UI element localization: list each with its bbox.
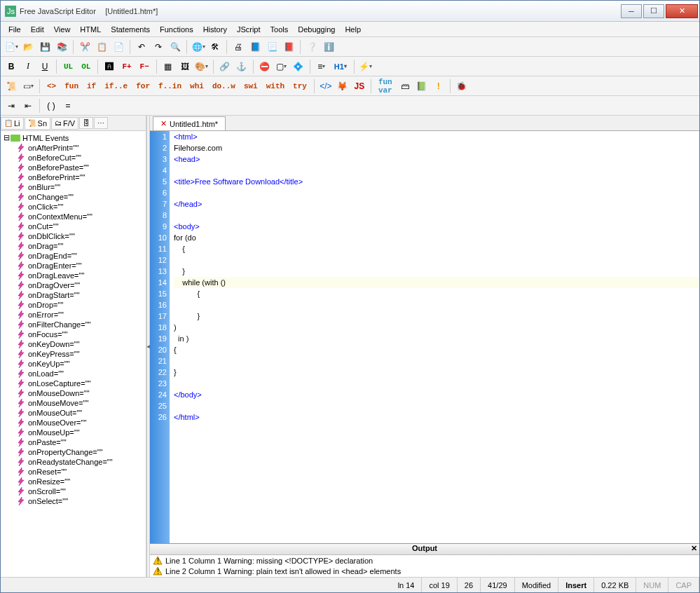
tree-item[interactable]: onDragEnd="" xyxy=(2,251,144,261)
image-button[interactable]: 🖼 xyxy=(177,59,193,74)
tree-item[interactable]: onMouseOut="" xyxy=(2,408,144,418)
output-line[interactable]: !Line 2 Column 1 Warning: plain text isn… xyxy=(150,566,699,576)
js-icon[interactable]: JS xyxy=(352,79,367,94)
tree-item[interactable]: onPaste="" xyxy=(2,437,144,447)
titlebar[interactable]: Js Free JavaScript Editor [Untitled1.htm… xyxy=(1,1,699,22)
tab-more[interactable]: ⋯ xyxy=(94,117,108,129)
tab-db[interactable]: 🗄 xyxy=(79,117,93,129)
tab-li[interactable]: 📋Li xyxy=(1,117,24,130)
preview-button[interactable]: 📘 xyxy=(247,39,263,55)
underline-button[interactable]: U xyxy=(37,59,53,74)
heading-button[interactable]: H1▾ xyxy=(331,59,350,74)
tree-item[interactable]: onCut="" xyxy=(2,221,144,231)
copy-button[interactable]: 📋 xyxy=(94,39,109,55)
tree-item[interactable]: onResize="" xyxy=(2,477,144,486)
italic-button[interactable]: I xyxy=(20,59,36,74)
tree-item[interactable]: onAfterPrint="" xyxy=(2,143,144,153)
tree-item[interactable]: onMouseMove="" xyxy=(2,398,144,408)
find-button[interactable]: 🔍 xyxy=(167,39,183,55)
new-button[interactable]: 📄▾ xyxy=(4,39,19,55)
keyword-ife[interactable]: if..e xyxy=(101,79,131,94)
bold-button[interactable]: B xyxy=(4,59,19,74)
anchor-button[interactable]: ⚓ xyxy=(234,59,249,74)
close-button[interactable]: ✕ xyxy=(666,4,698,18)
tree-item[interactable]: onBeforeCut="" xyxy=(2,153,144,163)
link-button[interactable]: 🔗 xyxy=(217,59,233,74)
undo-button[interactable]: ↶ xyxy=(134,39,149,55)
tree-panel[interactable]: ⊟ HTML Events onAfterPrint=""onBeforeCut… xyxy=(1,131,146,577)
tree-item[interactable]: onScroll="" xyxy=(2,486,144,496)
keyword-[interactable]: <> xyxy=(43,79,60,94)
tree-item[interactable]: onReset="" xyxy=(2,467,144,477)
bug-button[interactable]: 🐞 xyxy=(454,79,469,94)
output-close-icon[interactable]: ✕ xyxy=(691,544,697,553)
keyword-if[interactable]: if xyxy=(83,79,99,94)
tree-item[interactable]: onKeyDown="" xyxy=(2,339,144,349)
menu-statements[interactable]: Statements xyxy=(106,24,155,35)
outdent-button[interactable]: ⇤ xyxy=(20,98,36,114)
fontcolor-button[interactable]: 🅰 xyxy=(102,59,117,74)
maximize-button[interactable]: ☐ xyxy=(643,4,664,18)
ol-button[interactable]: OL xyxy=(78,59,94,74)
web-button[interactable]: 🌐▾ xyxy=(191,39,206,55)
tree-item[interactable]: onClick="" xyxy=(2,202,144,212)
fox-icon[interactable]: 🦊 xyxy=(335,79,350,94)
tools-button[interactable]: 🛠 xyxy=(207,39,223,55)
redo-button[interactable]: ↷ xyxy=(151,39,166,55)
braces-button[interactable]: ( ) xyxy=(43,98,59,114)
wand-button[interactable]: ⚡▾ xyxy=(358,59,373,74)
keyword-fin[interactable]: f..in xyxy=(155,79,185,94)
tree-item[interactable]: onLoad="" xyxy=(2,369,144,379)
font-dec-button[interactable]: F− xyxy=(137,59,153,74)
keyword-dow[interactable]: do..w xyxy=(209,79,239,94)
menu-jscript[interactable]: JScript xyxy=(232,24,266,35)
output-body[interactable]: !Line 1 Column 1 Warning: missing <!DOCT… xyxy=(150,555,699,577)
tree-item[interactable]: onMouseDown="" xyxy=(2,388,144,398)
tree-item[interactable]: onBlur="" xyxy=(2,182,144,192)
tree-item[interactable]: onPropertyChange="" xyxy=(2,447,144,457)
alert-button[interactable]: ! xyxy=(431,79,446,94)
brackets-button[interactable]: = xyxy=(60,98,76,114)
tree-item[interactable]: onDrag="" xyxy=(2,241,144,251)
tree-item[interactable]: onMouseOver="" xyxy=(2,418,144,428)
cut-button[interactable]: ✂️ xyxy=(77,39,92,55)
tree-item[interactable]: onLoseCapture="" xyxy=(2,379,144,388)
table-button[interactable]: ▦ xyxy=(160,59,176,74)
keyword-whi[interactable]: whi xyxy=(186,79,207,94)
menu-html[interactable]: HTML xyxy=(75,24,106,35)
tree-item[interactable]: onDragStart="" xyxy=(2,290,144,300)
tree-item[interactable]: onFilterChange="" xyxy=(2,320,144,329)
tree-item[interactable]: onSelect="" xyxy=(2,496,144,506)
tree-item[interactable]: onContextMenu="" xyxy=(2,212,144,221)
output-line[interactable]: !Line 1 Column 1 Warning: missing <!DOCT… xyxy=(150,555,699,566)
code-editor[interactable]: 1234567891011121314151617181920212223242… xyxy=(150,131,699,543)
print-button[interactable]: 🖨 xyxy=(231,39,246,55)
tree-item[interactable]: onDragEnter="" xyxy=(2,261,144,271)
close-tab-icon[interactable]: ✕ xyxy=(160,119,167,128)
help-button[interactable]: ❔ xyxy=(304,39,320,55)
menubar[interactable]: FileEditViewHTMLStatementsFunctionsHisto… xyxy=(1,22,699,37)
font-inc-button[interactable]: F+ xyxy=(118,59,135,74)
box-button[interactable]: ▭▾ xyxy=(20,79,36,94)
db-button[interactable]: 🗃 xyxy=(397,79,413,94)
menu-edit[interactable]: Edit xyxy=(26,24,49,35)
menu-view[interactable]: View xyxy=(49,24,76,35)
tag-button[interactable]: </> xyxy=(318,79,334,94)
keyword-for[interactable]: for xyxy=(132,79,153,94)
menu-tools[interactable]: Tools xyxy=(266,24,294,35)
tree-item[interactable]: onError="" xyxy=(2,310,144,320)
export-button[interactable]: 📕 xyxy=(281,39,296,55)
minimize-button[interactable]: ─ xyxy=(621,4,642,18)
info-button[interactable]: ℹ️ xyxy=(321,39,336,55)
open-button[interactable]: 📂 xyxy=(20,39,36,55)
var-button[interactable]: funvar xyxy=(375,79,396,94)
doc-button[interactable]: 📃 xyxy=(264,39,280,55)
keyword-swi[interactable]: swi xyxy=(240,79,261,94)
keyword-try[interactable]: try xyxy=(289,79,310,94)
stop-button[interactable]: ⛔ xyxy=(257,59,273,74)
tree-item[interactable]: onBeforePrint="" xyxy=(2,172,144,182)
tree-item[interactable]: onDragOver="" xyxy=(2,280,144,290)
saveall-button[interactable]: 📚 xyxy=(54,39,69,55)
menu-functions[interactable]: Functions xyxy=(155,24,198,35)
keyword-fun[interactable]: fun xyxy=(61,79,82,94)
